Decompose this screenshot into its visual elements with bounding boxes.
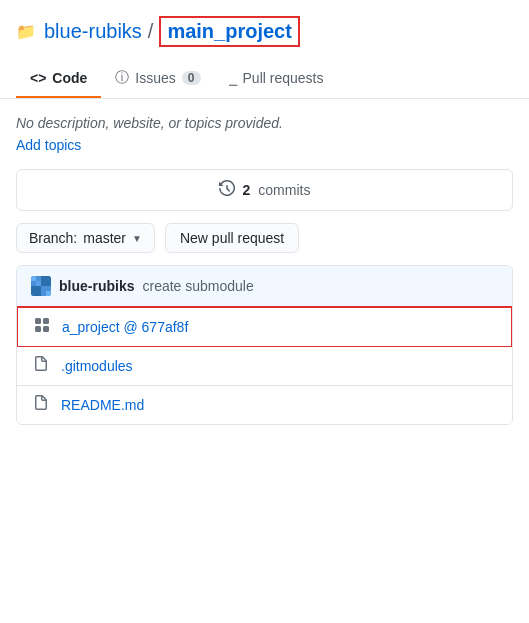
file-list-header: blue-rubiks create submodule — [17, 266, 512, 307]
repo-description: No description, website, or topics provi… — [16, 115, 513, 131]
commit-user: blue-rubiks — [59, 278, 134, 294]
tab-issues[interactable]: ⓘ Issues 0 — [101, 59, 214, 99]
tab-code[interactable]: <> Code — [16, 60, 101, 98]
file-icon-gitmodules — [31, 356, 51, 376]
pr-icon: ⎯ — [229, 70, 237, 86]
commits-icon — [219, 180, 235, 200]
svg-rect-6 — [46, 291, 51, 296]
file-link-gitmodules[interactable]: .gitmodules — [61, 358, 133, 374]
svg-rect-2 — [41, 276, 51, 286]
file-row-readme: README.md — [17, 386, 512, 424]
new-pr-label: New pull request — [180, 230, 284, 246]
branch-row: Branch: master ▼ New pull request — [16, 223, 513, 253]
repo-icon: 📁 — [16, 22, 36, 41]
branch-selector[interactable]: Branch: master ▼ — [16, 223, 155, 253]
svg-rect-4 — [36, 281, 41, 286]
branch-label: Branch: — [29, 230, 77, 246]
issues-badge: 0 — [182, 71, 201, 85]
repo-separator: / — [148, 20, 154, 43]
commit-message: create submodule — [142, 278, 253, 294]
tabs-nav: <> Code ⓘ Issues 0 ⎯ Pull requests — [0, 59, 529, 99]
chevron-down-icon: ▼ — [132, 233, 142, 244]
tab-issues-label: Issues — [135, 70, 175, 86]
tab-pr-label: Pull requests — [243, 70, 324, 86]
file-icon-readme — [31, 395, 51, 415]
repo-owner-link[interactable]: blue-rubiks — [44, 20, 142, 43]
submodule-icon — [32, 317, 52, 337]
repo-header: 📁 blue-rubiks / main_project — [0, 0, 529, 47]
commits-label: commits — [258, 182, 310, 198]
commits-bar[interactable]: 2 commits — [16, 169, 513, 211]
svg-rect-5 — [31, 276, 36, 281]
branch-name: master — [83, 230, 126, 246]
file-link-a-project[interactable]: a_project @ 677af8f — [62, 319, 188, 335]
tab-pull-requests[interactable]: ⎯ Pull requests — [215, 60, 338, 98]
svg-rect-3 — [31, 286, 41, 296]
main-content: No description, website, or topics provi… — [0, 99, 529, 425]
commits-count: 2 — [243, 182, 251, 198]
file-link-readme[interactable]: README.md — [61, 397, 144, 413]
new-pull-request-button[interactable]: New pull request — [165, 223, 299, 253]
file-list: blue-rubiks create submodule a_project @… — [16, 265, 513, 425]
add-topics-link[interactable]: Add topics — [16, 137, 81, 153]
tab-code-label: Code — [52, 70, 87, 86]
repo-name-link[interactable]: main_project — [159, 16, 299, 47]
commit-avatar — [31, 276, 51, 296]
file-row-gitmodules: .gitmodules — [17, 347, 512, 386]
file-row-submodule: a_project @ 677af8f — [16, 306, 513, 348]
code-icon: <> — [30, 70, 46, 86]
issues-icon: ⓘ — [115, 69, 129, 87]
